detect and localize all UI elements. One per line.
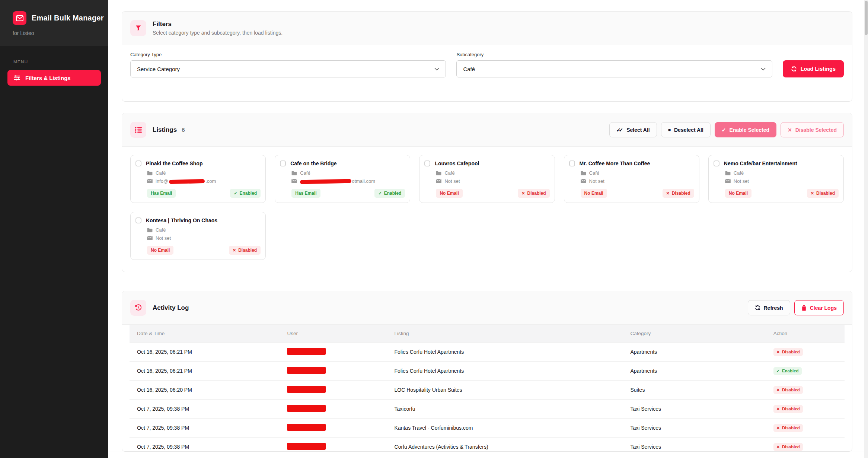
log-category: Apartments [623, 343, 766, 362]
category-type-select[interactable]: Service Category [130, 60, 446, 77]
list-icon [130, 122, 146, 138]
redacted-user [287, 443, 326, 450]
listing-checkbox[interactable] [135, 160, 141, 166]
chevron-down-icon [434, 67, 439, 71]
listing-checkbox[interactable] [424, 160, 430, 166]
deselect-all-button[interactable]: ■ Deselect All [661, 122, 711, 137]
disabled-status-badge: ✕Disabled [663, 189, 694, 198]
column-header-user: User [280, 325, 387, 343]
log-listing: Kantas Travel - Corfuminibus.com [387, 419, 623, 438]
sidebar-header: Email Bulk Manager for Listeo [0, 0, 108, 46]
table-row: Oct 16, 2025, 06:21 PM Folies Corfu Hote… [130, 362, 845, 381]
listing-checkbox[interactable] [280, 160, 286, 166]
envelope-icon [725, 179, 731, 183]
subcategory-label: Subcategory [456, 52, 772, 57]
check-icon: ✓ [234, 191, 237, 196]
app-title: Email Bulk Manager [32, 14, 104, 22]
app-logo [13, 11, 26, 25]
log-datetime: Oct 16, 2025, 06:21 PM [130, 343, 280, 362]
menu-section-label: MENU [13, 60, 108, 64]
x-icon: ✕ [776, 445, 780, 449]
listing-category: Café [444, 170, 454, 176]
filters-section: Filters Select category type and subcate… [122, 11, 852, 102]
history-icon [130, 300, 146, 316]
listing-category: Café [156, 227, 166, 233]
listing-category: Café [300, 170, 310, 176]
listing-email: Not set [589, 178, 604, 184]
listing-card: Kontesa | Thriving On Chaos Café Not set… [130, 212, 266, 260]
log-category: Suites [623, 381, 766, 400]
table-row: Oct 7, 2025, 09:38 PM Corfu Adventures (… [130, 438, 845, 452]
select-all-label: Select All [626, 127, 650, 133]
email-status-badge: No Email [725, 189, 751, 198]
scrollbar-thumb[interactable] [865, 1, 868, 35]
square-icon: ■ [668, 127, 671, 133]
filters-title: Filters [153, 20, 283, 28]
listing-category: Café [589, 170, 599, 176]
sidebar: Email Bulk Manager for Listeo MENU Filte… [0, 0, 108, 458]
email-status-badge: No Email [436, 189, 462, 198]
table-row: Oct 7, 2025, 09:38 PM Taxicorfu Taxi Ser… [130, 400, 845, 419]
disabled-status-badge: ✕Disabled [229, 246, 261, 255]
main-content: Filters Select category type and subcate… [108, 0, 868, 452]
check-icon: ✓ [378, 191, 382, 196]
action-badge: ✓Enabled [773, 367, 802, 375]
redacted-email [300, 179, 351, 184]
clear-logs-button[interactable]: Clear Logs [794, 300, 844, 315]
listing-email: info@.com [156, 178, 216, 184]
log-category: Apartments [623, 362, 766, 381]
filters-subtitle: Select category type and subcategory, th… [153, 30, 283, 36]
log-category: Taxi Services [623, 438, 766, 452]
refresh-label: Refresh [764, 305, 783, 311]
listing-category: Café [156, 170, 166, 176]
folder-icon [147, 171, 153, 175]
envelope-icon [581, 179, 586, 183]
listing-checkbox[interactable] [569, 160, 575, 166]
action-badge: ✕Disabled [773, 443, 803, 451]
folder-icon [581, 171, 586, 175]
refresh-button[interactable]: Refresh [748, 300, 790, 315]
column-header-category: Category [623, 325, 766, 343]
disabled-status-badge: ✕Disabled [518, 189, 549, 198]
sidebar-item-filters-listings[interactable]: Filters & Listings [7, 70, 101, 86]
vertical-scrollbar[interactable] [864, 0, 868, 458]
listing-email: otmail.com [300, 178, 375, 184]
refresh-icon [791, 66, 797, 72]
deselect-all-label: Deselect All [674, 127, 703, 133]
x-icon: ✕ [776, 426, 780, 430]
enable-selected-button[interactable]: ✓ Enable Selected [715, 122, 776, 137]
sidebar-item-label: Filters & Listings [25, 75, 71, 81]
redacted-user [287, 405, 326, 412]
check-icon: ✓ [776, 369, 780, 373]
listing-name: Kontesa | Thriving On Chaos [146, 217, 217, 224]
column-header-datetime: Date & Time [130, 325, 280, 343]
disable-selected-button[interactable]: ✕ Disable Selected [781, 122, 844, 137]
subcategory-select[interactable]: Café [456, 60, 772, 77]
select-all-button[interactable]: ✓✓ Select All [609, 122, 657, 137]
redacted-user [287, 367, 326, 374]
trash-icon [801, 305, 807, 311]
listing-name: Cafe on the Bridge [290, 160, 336, 167]
listing-card: Nemo Cafe/bar Entertainment Café Not set… [708, 155, 844, 203]
listing-card: Louvros Cafepool Café Not set No Email ✕… [419, 155, 555, 203]
listing-name: Pinaki the Coffee Shop [146, 160, 202, 167]
email-status-badge: No Email [147, 246, 173, 255]
column-header-action: Action [766, 325, 845, 343]
load-listings-button[interactable]: Load Listings [783, 60, 844, 77]
listing-category: Café [734, 170, 744, 176]
listing-card: Pinaki the Coffee Shop Café info@.com Ha… [130, 155, 266, 203]
table-row: Oct 16, 2025, 06:20 PM LOC Hospitality U… [130, 381, 845, 400]
folder-icon [725, 171, 731, 175]
app-tagline: for Listeo [13, 30, 96, 36]
category-type-label: Category Type [130, 52, 446, 57]
category-type-value: Service Category [137, 66, 180, 72]
listings-count: 6 [182, 127, 185, 133]
listing-checkbox[interactable] [714, 160, 719, 166]
listing-email: Not set [444, 178, 460, 184]
listing-checkbox[interactable] [135, 217, 141, 223]
envelope-icon [16, 15, 23, 21]
listing-name: Mr. Coffee More Than Coffee [580, 160, 650, 167]
activity-log-title: Activity Log [153, 304, 189, 312]
listing-card: Cafe on the Bridge Café otmail.com Has E… [275, 155, 410, 203]
table-row: Oct 16, 2025, 06:21 PM Folies Corfu Hote… [130, 343, 845, 362]
